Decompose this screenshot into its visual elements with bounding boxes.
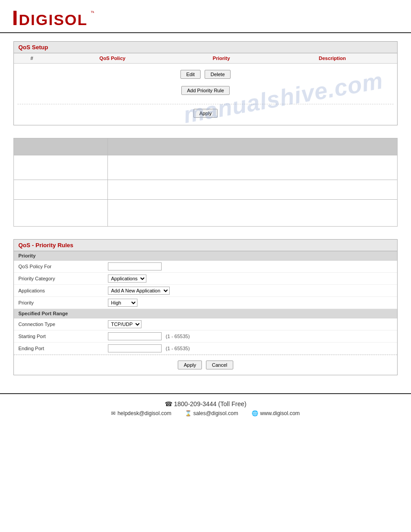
qos-setup-apply-row: Apply <box>17 104 394 122</box>
logo-svg: DIGISOL ™ <box>13 8 94 28</box>
starting-port-row: Starting Port (1 - 65535) <box>14 330 397 343</box>
footer-email: helpdesk@digisol.com <box>117 410 171 416</box>
edit-delete-row: Edit Delete <box>17 66 394 82</box>
priority-category-select[interactable]: Applications <box>108 275 146 283</box>
priority-control: High Medium Low <box>108 299 137 307</box>
mid-row2-left <box>14 180 108 200</box>
footer-website-item: 🌐 www.digisol.com <box>252 410 300 416</box>
globe-icon: 🌐 <box>252 410 258 416</box>
applications-control: Add A New Application <box>108 287 170 295</box>
ending-port-hint: (1 - 65535) <box>166 346 190 351</box>
mid-row3-right <box>108 200 398 227</box>
starting-port-label: Starting Port <box>18 334 108 339</box>
mid-row3-left <box>14 200 108 227</box>
col-hash: # <box>14 53 50 64</box>
connection-type-control: TCP/UDP TCP UDP <box>108 320 141 328</box>
email-icon: ✉ <box>111 410 116 416</box>
qos-policy-for-row: QoS Policy For <box>14 261 397 273</box>
starting-port-input[interactable] <box>108 332 162 340</box>
applications-label: Applications <box>18 288 108 293</box>
mid-row-header-left <box>14 138 108 155</box>
logo: DIGISOL ™ <box>13 8 398 28</box>
qos-setup-title: QoS Setup <box>14 42 397 53</box>
col-policy: QoS Policy <box>50 53 175 64</box>
mid-row1-right <box>108 155 398 180</box>
ending-port-label: Ending Port <box>18 346 108 351</box>
connection-type-label: Connection Type <box>18 322 108 327</box>
connection-type-row: Connection Type TCP/UDP TCP UDP <box>14 318 397 330</box>
qos-policy-for-input[interactable] <box>108 262 162 270</box>
starting-port-control: (1 - 65535) <box>108 332 190 340</box>
svg-text:DIGISOL: DIGISOL <box>19 11 88 28</box>
header: DIGISOL ™ <box>0 0 411 33</box>
qos-priority-title: QoS - Priority Rules <box>14 240 397 251</box>
mid-table <box>13 138 398 227</box>
col-description: Description <box>268 53 398 64</box>
footer-website: www.digisol.com <box>260 410 300 416</box>
qos-priority-actions: Apply Cancel <box>14 355 397 375</box>
footer-sales-item: ⌛ sales@digisol.com <box>185 410 238 416</box>
applications-select[interactable]: Add A New Application <box>108 287 170 295</box>
footer-phone-line: ☎ 1800-209-3444 (Toll Free) <box>13 400 398 408</box>
priority-section-header: Priority <box>14 251 397 261</box>
priority-label: Priority <box>18 300 108 305</box>
priority-category-label: Priority Category <box>18 276 108 281</box>
qos-setup-box: QoS Setup # QoS Policy Priority Descript… <box>13 41 398 125</box>
connection-type-select[interactable]: TCP/UDP TCP UDP <box>108 320 141 328</box>
phone-icon: ☎ <box>165 400 172 408</box>
footer: ☎ 1800-209-3444 (Toll Free) ✉ helpdesk@d… <box>0 393 411 423</box>
qos-priority-cancel-button[interactable]: Cancel <box>206 360 233 369</box>
qos-priority-rules-box: QoS - Priority Rules Priority QoS Policy… <box>13 239 398 375</box>
footer-phone: 1800-209-3444 (Toll Free) <box>174 400 247 408</box>
applications-row: Applications Add A New Application <box>14 285 397 297</box>
add-priority-row: Add Priority Rule <box>17 82 394 99</box>
qos-setup-table: # QoS Policy Priority Description Edit D… <box>14 53 397 125</box>
qos-priority-apply-button[interactable]: Apply <box>178 360 202 369</box>
priority-category-row: Priority Category Applications <box>14 273 397 285</box>
priority-row: Priority High Medium Low <box>14 297 397 309</box>
col-priority: Priority <box>175 53 267 64</box>
priority-category-control: Applications <box>108 275 146 283</box>
mid-row-header-right <box>108 138 398 155</box>
svg-rect-1 <box>13 11 15 15</box>
qos-policy-for-label: QoS Policy For <box>18 264 108 269</box>
footer-email-item: ✉ helpdesk@digisol.com <box>111 410 171 416</box>
starting-port-hint: (1 - 65535) <box>166 334 190 339</box>
ending-port-control: (1 - 65535) <box>108 344 190 352</box>
port-range-section-header: Specified Port Range <box>14 309 397 318</box>
edit-button[interactable]: Edit <box>180 70 201 79</box>
footer-sales-email: sales@digisol.com <box>193 410 238 416</box>
priority-select[interactable]: High Medium Low <box>108 299 137 307</box>
footer-contacts: ✉ helpdesk@digisol.com ⌛ sales@digisol.c… <box>13 410 398 416</box>
sales-icon: ⌛ <box>185 410 192 416</box>
mid-row2-right <box>108 180 398 200</box>
qos-policy-for-control <box>108 262 162 270</box>
qos-setup-apply-button[interactable]: Apply <box>193 109 218 118</box>
delete-button[interactable]: Delete <box>205 70 231 79</box>
svg-rect-2 <box>13 21 15 25</box>
ending-port-input[interactable] <box>108 344 162 352</box>
ending-port-row: Ending Port (1 - 65535) <box>14 343 397 355</box>
add-priority-rule-button[interactable]: Add Priority Rule <box>181 86 230 95</box>
mid-section: manualshive.com <box>13 138 398 227</box>
mid-row1-left <box>14 155 108 180</box>
main-content: QoS Setup # QoS Policy Priority Descript… <box>0 41 411 375</box>
svg-text:™: ™ <box>90 10 94 15</box>
